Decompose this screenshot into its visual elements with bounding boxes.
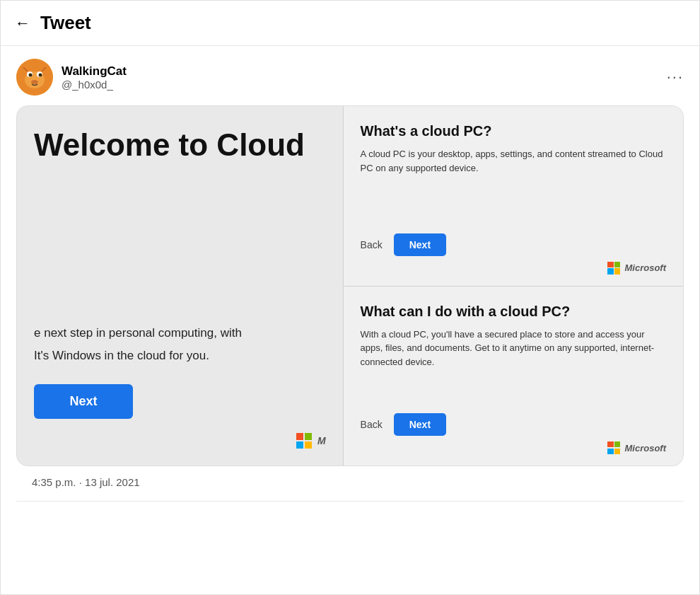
ms-label-bottom: Microsoft: [624, 443, 666, 454]
panel-top-back-button[interactable]: Back: [361, 239, 383, 250]
back-arrow-icon[interactable]: ←: [15, 14, 30, 33]
user-text: WalkingCat @_h0x0d_: [62, 64, 127, 91]
panel-bottom-back-button[interactable]: Back: [361, 419, 383, 430]
right-panels: What's a cloud PC? A cloud PC is your de…: [344, 106, 683, 466]
svg-point-6: [31, 80, 38, 84]
ms-logo-icon: [296, 433, 312, 449]
welcome-subtitle-2: It's Windows in the cloud for you.: [34, 347, 326, 364]
svg-point-4: [29, 74, 33, 77]
left-panel: Welcome to Cloud e next step in personal…: [17, 106, 344, 466]
panel-top-footer: Microsoft: [361, 262, 666, 275]
ms-label-top: Microsoft: [624, 262, 666, 273]
panel-bottom-desc: With a cloud PC, you'll have a secured p…: [361, 328, 666, 404]
ms-logo-top-icon: [607, 262, 620, 275]
welcome-subtitle-1: e next step in personal computing, with: [34, 325, 326, 342]
ms-text: M: [317, 435, 326, 446]
tweet-image: Welcome to Cloud e next step in personal…: [16, 105, 684, 466]
page-container: ← Tweet: [0, 0, 700, 595]
page-title: Tweet: [40, 12, 91, 34]
panel-bottom-next-button[interactable]: Next: [394, 413, 446, 436]
ms-logo-bottom-icon: [607, 441, 620, 454]
panel-bottom-actions: Back Next: [361, 413, 666, 436]
welcome-next-button[interactable]: Next: [34, 384, 133, 419]
welcome-title: Welcome to Cloud: [34, 127, 326, 221]
tweet-body: WalkingCat @_h0x0d_ ··· Welcome to Cloud…: [1, 46, 699, 501]
user-info: WalkingCat @_h0x0d_: [16, 59, 127, 96]
user-row: WalkingCat @_h0x0d_ ···: [16, 59, 684, 96]
more-options-button[interactable]: ···: [667, 68, 684, 86]
tweet-timestamp: 4:35 p.m. · 13 jul. 2021: [16, 476, 684, 501]
cloud-pc-panel: What's a cloud PC? A cloud PC is your de…: [344, 106, 683, 287]
divider: [16, 501, 684, 502]
avatar: [16, 59, 53, 96]
svg-point-5: [39, 74, 42, 77]
panel-top-desc: A cloud PC is your desktop, apps, settin…: [361, 147, 666, 224]
panel-top-actions: Back Next: [361, 233, 666, 256]
user-handle: @_h0x0d_: [62, 79, 127, 91]
panel-top-title: What's a cloud PC?: [361, 122, 666, 140]
left-panel-footer: M: [34, 433, 326, 449]
cloud-do-panel: What can I do with a cloud PC? With a cl…: [344, 287, 683, 466]
username: WalkingCat: [62, 64, 127, 79]
panel-bottom-footer: Microsoft: [361, 441, 666, 454]
tweet-header: ← Tweet: [1, 1, 699, 46]
panel-top-next-button[interactable]: Next: [394, 233, 446, 256]
avatar-image: [16, 59, 53, 96]
panel-bottom-title: What can I do with a cloud PC?: [361, 302, 666, 320]
